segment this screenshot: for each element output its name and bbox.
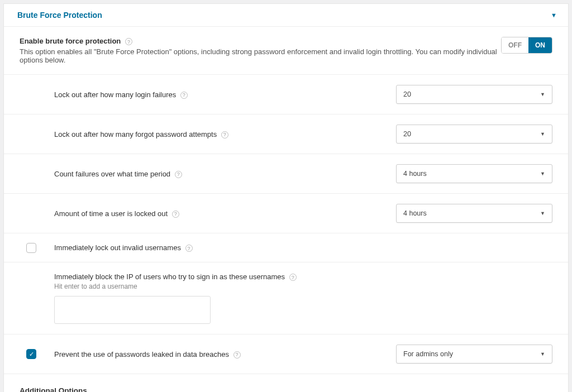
block-ip-input[interactable] [54,296,211,324]
help-icon[interactable]: ? [185,245,193,252]
enable-label-text: Enable brute force protection [20,37,121,45]
label-text: Immediately block the IP of users who tr… [54,273,285,281]
label-text: Count failures over what time period [54,170,170,178]
enable-row: Enable brute force protection ? This opt… [4,26,568,74]
leaked-passwords-row: ✓ Prevent the use of passwords leaked in… [4,334,568,374]
panel-title: Brute Force Protection [17,11,102,20]
select-value: 20 [403,130,411,138]
chevron-down-icon: ▼ [540,171,545,176]
lockout-failures-select-wrap: 20 ▼ [396,85,552,104]
invalid-usernames-label: Immediately lock out invalid usernames ? [54,243,552,252]
help-icon[interactable]: ? [233,351,241,358]
chevron-down-icon: ▼ [540,351,545,357]
block-ip-hint: Hit enter to add a username [54,283,552,290]
lockout-failures-row: Lock out after how many login failures ?… [4,74,568,114]
select-value: 4 hours [403,209,427,217]
lockout-failures-label: Lock out after how many login failures ? [54,90,396,99]
select-value: For admins only [403,350,453,358]
leaked-passwords-select[interactable]: For admins only ▼ [396,345,552,364]
help-icon[interactable]: ? [289,274,297,281]
count-period-select-wrap: 4 hours ▼ [396,164,552,183]
collapse-icon: ▼ [551,12,557,18]
enable-desc: This option enables all "Brute Force Pro… [20,47,501,64]
label-text: Amount of time a user is locked out [54,209,168,218]
select-value: 20 [403,90,411,98]
invalid-usernames-row: Immediately lock out invalid usernames ? [4,233,568,262]
count-period-select[interactable]: 4 hours ▼ [396,164,552,183]
lockout-forgot-label: Lock out after how many forgot password … [54,130,396,138]
invalid-usernames-checkbox[interactable] [26,243,36,253]
leaked-passwords-checkbox[interactable]: ✓ [26,349,36,359]
enable-label-col: Enable brute force protection ? This opt… [20,37,501,64]
help-icon[interactable]: ? [175,171,182,178]
leaked-passwords-select-wrap: For admins only ▼ [396,345,552,364]
brute-force-panel: Brute Force Protection ▼ Enable brute fo… [3,3,569,392]
label-text: Lock out after how many login failures [54,90,176,99]
lockout-time-select-wrap: 4 hours ▼ [396,204,552,223]
additional-options-header: Additional Options [4,374,568,392]
chevron-down-icon: ▼ [540,131,545,137]
help-icon[interactable]: ? [172,211,179,218]
toggle-on[interactable]: ON [528,37,552,53]
count-period-row: Count failures over what time period ? 4… [4,154,568,193]
help-icon[interactable]: ? [125,38,132,45]
enable-label: Enable brute force protection ? [20,37,501,45]
toggle-off[interactable]: OFF [502,37,528,53]
count-period-label: Count failures over what time period ? [54,170,396,178]
lockout-forgot-select[interactable]: 20 ▼ [396,125,552,144]
help-icon[interactable]: ? [180,92,188,99]
lockout-forgot-select-wrap: 20 ▼ [396,125,552,144]
lockout-forgot-row: Lock out after how many forgot password … [4,114,568,154]
label-text: Prevent the use of passwords leaked in d… [54,350,229,358]
label-text: Immediately lock out invalid usernames [54,243,181,252]
lockout-failures-select[interactable]: 20 ▼ [396,85,552,104]
chevron-down-icon: ▼ [540,92,545,97]
block-ip-label: Immediately block the IP of users who tr… [54,273,552,281]
block-ip-row: Immediately block the IP of users who tr… [4,262,568,334]
chevron-down-icon: ▼ [540,211,545,216]
lockout-time-select[interactable]: 4 hours ▼ [396,204,552,223]
help-icon[interactable]: ? [221,131,228,138]
panel-header[interactable]: Brute Force Protection ▼ [4,4,568,26]
leaked-passwords-label: Prevent the use of passwords leaked in d… [54,350,396,358]
lockout-time-row: Amount of time a user is locked out ? 4 … [4,193,568,233]
select-value: 4 hours [403,170,427,178]
lockout-time-label: Amount of time a user is locked out ? [54,209,396,218]
label-text: Lock out after how many forgot password … [54,130,217,138]
enable-toggle[interactable]: OFF ON [501,37,552,54]
